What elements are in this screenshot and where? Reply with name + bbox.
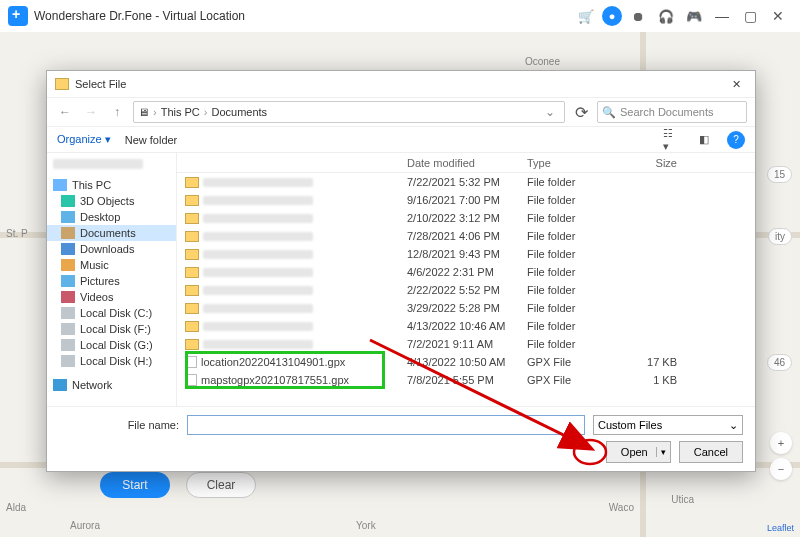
sidebar-item-thispc[interactable]: This PC xyxy=(47,177,176,193)
file-row[interactable]: 2/22/2022 5:52 PMFile folder xyxy=(177,281,755,299)
folder-icon xyxy=(185,249,199,260)
dialog-navbar: ← → ↑ 🖥 › This PC › Documents ⌄ ⟳ 🔍 Sear… xyxy=(47,97,755,127)
file-date: 2/10/2022 3:12 PM xyxy=(407,212,527,224)
folder-icon xyxy=(185,303,199,314)
file-name-blurred xyxy=(203,178,313,187)
file-type: File folder xyxy=(527,248,627,260)
nav-back-button[interactable]: ← xyxy=(55,102,75,122)
file-row[interactable]: 7/22/2021 5:32 PMFile folder xyxy=(177,173,755,191)
folder-icon xyxy=(185,339,199,350)
dialog-toolbar: Organize ▾ New folder ☷ ▾ ◧ ? xyxy=(47,127,755,153)
search-input[interactable]: 🔍 Search Documents xyxy=(597,101,747,123)
open-button[interactable]: Open▾ xyxy=(606,441,671,463)
filetype-filter[interactable]: Custom Files⌄ xyxy=(593,415,743,435)
app-titlebar: Wondershare Dr.Fone - Virtual Location 🛒… xyxy=(0,0,800,32)
col-size[interactable]: Size xyxy=(627,157,687,169)
file-open-dialog: Select File ✕ ← → ↑ 🖥 › This PC › Docume… xyxy=(46,70,756,472)
file-size: 17 KB xyxy=(627,356,687,368)
preview-pane-button[interactable]: ◧ xyxy=(695,131,713,149)
file-row[interactable]: 3/29/2022 5:28 PMFile folder xyxy=(177,299,755,317)
folder-icon xyxy=(55,78,69,90)
dialog-footer: File name: Custom Files⌄ Open▾ Cancel xyxy=(47,406,755,471)
file-name-blurred xyxy=(203,196,313,205)
file-date: 9/16/2021 7:00 PM xyxy=(407,194,527,206)
folder-icon xyxy=(185,195,199,206)
new-folder-button[interactable]: New folder xyxy=(125,134,178,146)
file-name-blurred xyxy=(203,268,313,277)
file-type: File folder xyxy=(527,194,627,206)
file-date: 4/6/2022 2:31 PM xyxy=(407,266,527,278)
dialog-close-button[interactable]: ✕ xyxy=(725,73,747,95)
sidebar-item-music[interactable]: Music xyxy=(47,257,176,273)
folder-icon xyxy=(185,285,199,296)
sidebar-item-documents[interactable]: Documents xyxy=(47,225,176,241)
chevron-down-icon[interactable]: ⌄ xyxy=(540,102,560,122)
file-date: 2/22/2022 5:52 PM xyxy=(407,284,527,296)
dialog-title: Select File xyxy=(75,78,126,90)
gamepad-icon[interactable]: 🎮 xyxy=(682,4,706,28)
sidebar-item-downloads[interactable]: Downloads xyxy=(47,241,176,257)
organize-menu[interactable]: Organize ▾ xyxy=(57,133,111,146)
col-type[interactable]: Type xyxy=(527,157,627,169)
file-row[interactable]: 4/13/2022 10:46 AMFile folder xyxy=(177,317,755,335)
user-avatar-icon[interactable]: ● xyxy=(602,6,622,26)
app-title: Wondershare Dr.Fone - Virtual Location xyxy=(34,9,245,23)
sidebar-item-disk-g[interactable]: Local Disk (G:) xyxy=(47,337,176,353)
sidebar-item-disk-f[interactable]: Local Disk (F:) xyxy=(47,321,176,337)
file-name-blurred xyxy=(203,214,313,223)
support-icon[interactable]: 🎧 xyxy=(654,4,678,28)
breadcrumb-item[interactable]: Documents xyxy=(211,106,267,118)
breadcrumb[interactable]: 🖥 › This PC › Documents ⌄ xyxy=(133,101,565,123)
file-row[interactable]: 12/8/2021 9:43 PMFile folder xyxy=(177,245,755,263)
file-type: File folder xyxy=(527,230,627,242)
sidebar-item-videos[interactable]: Videos xyxy=(47,289,176,305)
app-logo-icon xyxy=(8,6,28,26)
file-type: File folder xyxy=(527,320,627,332)
folder-icon xyxy=(185,231,199,242)
refresh-button[interactable]: ⟳ xyxy=(571,102,591,122)
nav-forward-button[interactable]: → xyxy=(81,102,101,122)
dialog-titlebar: Select File ✕ xyxy=(47,71,755,97)
breadcrumb-item[interactable]: This PC xyxy=(161,106,200,118)
record-icon[interactable]: ⏺ xyxy=(626,4,650,28)
file-date: 7/22/2021 5:32 PM xyxy=(407,176,527,188)
file-date: 7/8/2021 5:55 PM xyxy=(407,374,527,386)
map-label: Utica xyxy=(671,494,694,505)
view-layout-button[interactable]: ☷ ▾ xyxy=(663,131,681,149)
search-placeholder: Search Documents xyxy=(620,106,714,118)
sidebar-item-pictures[interactable]: Pictures xyxy=(47,273,176,289)
zoom-out-button[interactable]: − xyxy=(770,458,792,480)
file-row[interactable]: 9/16/2021 7:00 PMFile folder xyxy=(177,191,755,209)
sidebar-item-disk-c[interactable]: Local Disk (C:) xyxy=(47,305,176,321)
cancel-button[interactable]: Cancel xyxy=(679,441,743,463)
file-row[interactable]: 7/28/2021 4:06 PMFile folder xyxy=(177,227,755,245)
file-type: File folder xyxy=(527,338,627,350)
filename-label: File name: xyxy=(59,419,179,431)
pc-drive-icon: 🖥 xyxy=(138,106,149,118)
clear-button[interactable]: Clear xyxy=(186,472,256,498)
sidebar-item-network[interactable]: Network xyxy=(47,377,176,393)
maximize-button[interactable]: ▢ xyxy=(736,2,764,30)
file-row[interactable]: 2/10/2022 3:12 PMFile folder xyxy=(177,209,755,227)
start-button[interactable]: Start xyxy=(100,472,170,498)
file-list-header[interactable]: Date modified Type Size xyxy=(177,153,755,173)
zoom-in-button[interactable]: + xyxy=(770,432,792,454)
file-row[interactable]: 4/6/2022 2:31 PMFile folder xyxy=(177,263,755,281)
filename-input[interactable] xyxy=(187,415,585,435)
nav-up-button[interactable]: ↑ xyxy=(107,102,127,122)
sidebar-item-disk-h[interactable]: Local Disk (H:) xyxy=(47,353,176,369)
help-button[interactable]: ? xyxy=(727,131,745,149)
file-type: GPX File xyxy=(527,374,627,386)
sidebar-item-desktop[interactable]: Desktop xyxy=(47,209,176,225)
minimize-button[interactable]: — xyxy=(708,2,736,30)
folder-icon xyxy=(185,267,199,278)
cart-icon[interactable]: 🛒 xyxy=(574,4,598,28)
col-date[interactable]: Date modified xyxy=(407,157,527,169)
map-label: York xyxy=(356,520,376,531)
close-button[interactable]: ✕ xyxy=(764,2,792,30)
file-date: 7/2/2021 9:11 AM xyxy=(407,338,527,350)
map-badge: ity xyxy=(768,228,792,245)
annotation-highlight xyxy=(185,351,385,389)
sidebar-item-3dobjects[interactable]: 3D Objects xyxy=(47,193,176,209)
folder-sidebar: This PC 3D Objects Desktop Documents Dow… xyxy=(47,153,177,406)
